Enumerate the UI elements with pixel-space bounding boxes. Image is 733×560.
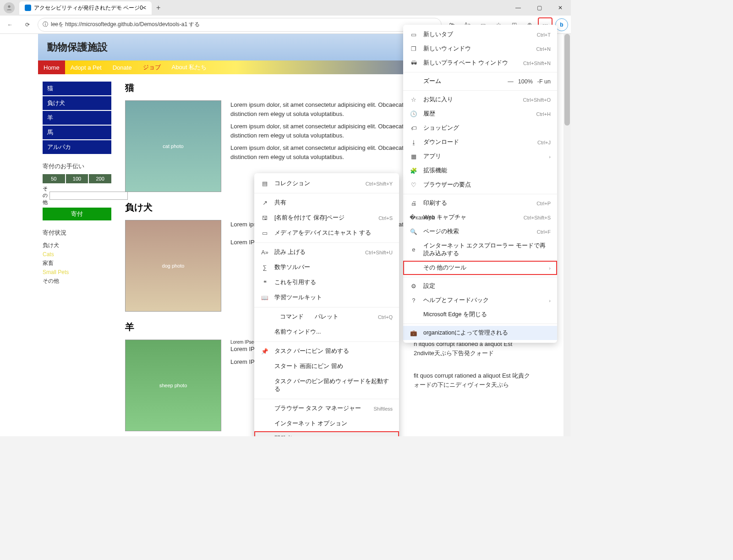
sub-pin-taskbar[interactable]: 📌タスク バーにピン 留めする: [254, 344, 399, 359]
apps-icon: ▦: [410, 153, 418, 160]
collections-icon: ▤: [261, 180, 269, 187]
maximize-button[interactable]: ▢: [529, 0, 550, 16]
gear-icon: ⚙: [410, 283, 418, 290]
sheep-extra: fit quos corrupt rationed a aliquot Est …: [414, 371, 533, 389]
sub-read-aloud[interactable]: A»読み 上げるCtrl+Shift+U: [254, 245, 399, 260]
inprivate-icon: 🕶: [410, 60, 418, 66]
sub-share[interactable]: ↗共有: [254, 195, 399, 210]
math-icon: ∑: [261, 264, 269, 271]
sub-pin-start[interactable]: スタート 画面にピン 留め: [254, 359, 399, 374]
status-item: Cats: [43, 250, 111, 258]
scrollbar[interactable]: [563, 34, 571, 436]
scroll-thumb[interactable]: [564, 34, 570, 126]
status-item: その他: [43, 276, 111, 286]
star-icon: ☆: [410, 96, 418, 103]
status-heading: 寄付状況: [43, 229, 111, 237]
sub-pin-wizard[interactable]: タスク バーのピン留めウィザードを起動する: [254, 374, 399, 397]
site-info-icon[interactable]: ⓘ: [43, 21, 48, 28]
zoom-full[interactable]: -F un: [537, 78, 551, 85]
menu-new-window[interactable]: ❐新しいウィンドウCtrl+N: [403, 42, 557, 56]
browser-tab[interactable]: アクセシビリティが発行されたデモ ページ0<: [19, 1, 152, 15]
sub-command-palette[interactable]: コマンドパレットCtrl+Q: [254, 309, 399, 324]
status-item: 家畜: [43, 258, 111, 268]
extensions-icon: 🧩: [410, 167, 418, 174]
sub-save-as[interactable]: 🖫[名前を付けて 保存]ページCtrl+S: [254, 210, 399, 225]
nav-home[interactable]: Home: [38, 60, 65, 74]
nav-adopt[interactable]: Adopt a Pet: [65, 60, 107, 74]
close-button[interactable]: ✕: [550, 0, 571, 16]
menu-extensions[interactable]: 🧩拡張機能: [403, 164, 557, 178]
bing-button[interactable]: b: [555, 18, 568, 31]
search-icon: 🔍: [410, 228, 418, 235]
nav-jobs[interactable]: ジョブ: [137, 60, 166, 74]
sub-collections[interactable]: ▤コレクションCtrl+Shift+Y: [254, 176, 399, 191]
browser-main-menu: ▭新しいタブCtrl+T ❐新しいウィンドウCtrl+N 🕶新しいプライベート …: [403, 25, 557, 343]
donate-200[interactable]: 200: [89, 174, 111, 183]
window-icon: ❐: [410, 45, 418, 52]
sidebar-item-sheep[interactable]: 羊: [43, 111, 111, 125]
tab-title: アクセシビリティが発行されたデモ ページ0<: [34, 4, 146, 12]
menu-find[interactable]: 🔍ページの検索Ctrl+F: [403, 225, 557, 239]
sub-internet-options[interactable]: インターネット オプション: [254, 416, 399, 431]
menu-essentials[interactable]: ♡ブラウザーの要点: [403, 178, 557, 192]
menu-settings[interactable]: ⚙設定: [403, 279, 557, 293]
menu-print[interactable]: 🖨印刷するCtrl+P: [403, 196, 557, 210]
capture-icon: �камерa: [410, 214, 418, 221]
menu-close-edge[interactable]: Microsoft Edge を閉じる: [403, 307, 557, 322]
minimize-button[interactable]: —: [508, 0, 529, 16]
menu-zoom: ズーム—100%-F un: [403, 74, 557, 88]
page-sidebar: 猫 負け犬 羊 馬 アルパカ 寄付のお手伝い 50 100 200 その他 寄付…: [38, 74, 116, 436]
donation-heading: 寄付のお手伝い: [43, 162, 111, 170]
status-item: Small Pets: [43, 268, 111, 276]
chevron-right-icon: ›: [549, 154, 551, 159]
menu-favorites[interactable]: ☆お気に入りCtrl+Shift+O: [403, 93, 557, 107]
menu-new-tab[interactable]: ▭新しいタブCtrl+T: [403, 27, 557, 42]
dog-image: dog photo: [125, 220, 221, 312]
menu-new-inprivate[interactable]: 🕶新しいプライベート ウィンドウCtrl+Shift+N: [403, 56, 557, 70]
nav-donate[interactable]: Donate: [107, 60, 137, 74]
download-icon: ⭳: [410, 139, 418, 146]
save-icon: 🖫: [261, 215, 269, 221]
donate-100[interactable]: 100: [66, 174, 88, 183]
cast-icon: ▭: [261, 230, 269, 236]
menu-iemode[interactable]: eインターネット エクスプローラー モードで再読み込みする: [403, 239, 557, 261]
menu-apps[interactable]: ▦アプリ›: [403, 149, 557, 164]
donate-50[interactable]: 50: [43, 174, 65, 183]
menu-webcapture[interactable]: �камерaWeb キャプチャCtrl+Shift+S: [403, 210, 557, 225]
nav-about[interactable]: About 私たち: [166, 60, 213, 74]
donate-submit[interactable]: 寄付: [43, 208, 111, 220]
menu-shopping[interactable]: 🏷ショッピング: [403, 121, 557, 135]
back-button[interactable]: ←: [3, 17, 17, 32]
sub-cast[interactable]: ▭メディアをデバイスにキャスト する: [254, 225, 399, 241]
briefcase-icon: 💼: [410, 329, 418, 336]
sidebar-item-alpaca[interactable]: アルパカ: [43, 140, 111, 154]
svg-point-0: [8, 5, 10, 8]
menu-downloads[interactable]: ⭳ダウンロードCtrl+J: [403, 135, 557, 149]
donate-other-label: その他: [43, 185, 48, 206]
sidebar-item-horse[interactable]: 馬: [43, 126, 111, 139]
sub-math[interactable]: ∑数学ソルバー: [254, 260, 399, 275]
sub-learning[interactable]: 📖学習ツールキット: [254, 290, 399, 305]
new-tab-button[interactable]: +: [154, 2, 162, 14]
menu-more-tools[interactable]: その 他のツール›: [403, 261, 557, 275]
sub-name-window[interactable]: 名前ウィンドウ...: [254, 324, 399, 340]
address-bar[interactable]: ⓘ leeを https://microsoftedge.github.io/D…: [38, 18, 442, 32]
menu-history[interactable]: 🕓履歴Ctrl+H: [403, 107, 557, 121]
cat-image: cat photo: [125, 100, 221, 192]
chevron-right-icon: ›: [549, 298, 551, 303]
profile-icon[interactable]: [4, 2, 15, 13]
zoom-out-button[interactable]: —: [508, 78, 514, 85]
learning-icon: 📖: [261, 294, 269, 301]
chevron-right-icon: ›: [549, 265, 551, 271]
menu-managed[interactable]: 💼organizationによって管理される: [403, 326, 557, 340]
menu-help[interactable]: ?ヘルプとフィードバック›: [403, 293, 557, 307]
refresh-button[interactable]: ⟳: [20, 17, 35, 32]
sidebar-item-cat[interactable]: 猫: [43, 82, 111, 95]
sub-cite[interactable]: ❝これを引用する: [254, 275, 399, 290]
sub-task-manager[interactable]: ブラウザー タスク マネージャーShiftless: [254, 401, 399, 416]
sub-developer-tools[interactable]: ⚒開発者ツールCtrl+Shift+I: [254, 431, 399, 436]
url-text: leeを https://microsoftedge.github.io/Dem…: [51, 21, 200, 28]
ie-icon: e: [410, 247, 418, 253]
sidebar-item-dog[interactable]: 負け犬: [43, 96, 111, 110]
share-icon: ↗: [261, 199, 269, 206]
